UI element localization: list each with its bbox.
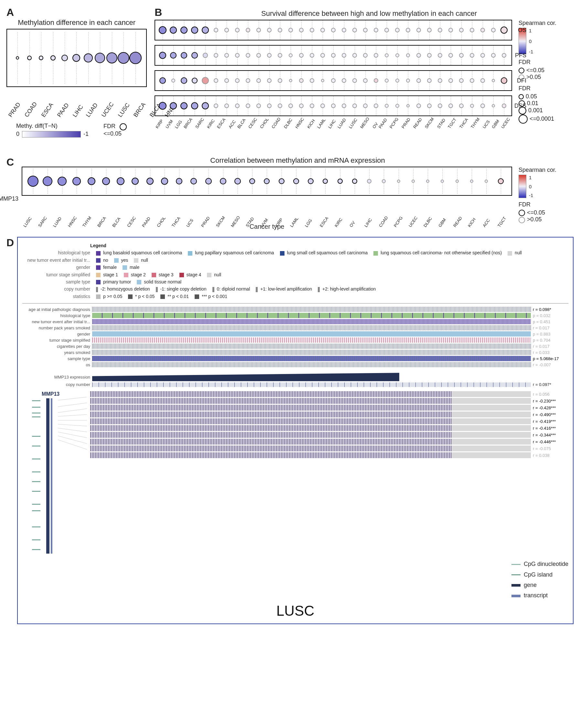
bubble: [202, 102, 209, 109]
bubble: [278, 104, 282, 108]
bubble: [235, 53, 240, 58]
svg-line-22: [58, 424, 87, 426]
svg-line-17: [58, 397, 87, 400]
svg-rect-14: [32, 526, 40, 527]
panel-c-plot: LUSCSARCLUADHNSCTHYMBRCABLCACESCPAADCHOL…: [22, 166, 512, 196]
bubble: [491, 28, 496, 32]
bubble: [337, 179, 343, 184]
bubble: [73, 54, 80, 62]
bubble: [202, 27, 209, 34]
bubble: [459, 78, 464, 83]
bubble: [181, 27, 188, 34]
bubble: [395, 28, 399, 32]
bubble: [492, 104, 495, 107]
x-tick: PRAD: [7, 101, 22, 119]
bubble: [220, 178, 226, 184]
bubble: [256, 53, 261, 58]
row-label: DFI: [517, 77, 526, 84]
bubble: [321, 104, 325, 108]
bubble: [256, 28, 261, 32]
bubble: [246, 53, 250, 58]
bubble: [224, 104, 229, 108]
svg-rect-4: [32, 413, 40, 414]
bubble: [256, 78, 261, 83]
bubble: [279, 178, 284, 184]
bubble: [170, 52, 176, 58]
x-tick: BRCA: [132, 101, 147, 119]
x-tick: PAAD: [56, 102, 71, 119]
bubble: [342, 78, 346, 83]
svg-rect-1: [51, 398, 52, 554]
bubble: [342, 104, 346, 108]
bubble: [485, 180, 488, 183]
bubble: [491, 53, 496, 58]
row-label: PFS: [515, 52, 526, 59]
panel-a-legend: Methy. diff(T−N) 0 -1 FDR <=0.05: [6, 123, 147, 137]
bubble: [363, 28, 367, 32]
bubble: [203, 53, 208, 58]
bubble: [459, 53, 464, 58]
bubble: [234, 178, 241, 184]
bubble: [181, 52, 187, 58]
bubble: [480, 104, 485, 108]
panel-a-title: Methylation difference in each cancer: [6, 19, 147, 27]
bubble: [480, 28, 485, 32]
x-tick: LIHC: [72, 104, 85, 119]
bubble: [448, 78, 453, 83]
genome-map: MMP13: [22, 391, 87, 559]
bubble: [438, 28, 442, 32]
panel-d-frame: Legend histological type lung basaloid s…: [17, 237, 574, 624]
panel-b-plot: OSPFSDFIDSSKIRPUVMLGGBRCASARCKIRCESCAACC…: [155, 20, 512, 147]
panel-a-plot: PRADCOADESCAPAADLIHCLUADUCECLUSCBRCABLCA…: [6, 29, 147, 87]
bubble: [299, 104, 304, 108]
bubble: [190, 178, 197, 184]
bubble: [406, 53, 410, 57]
bubble: [438, 104, 442, 108]
bubble: [278, 78, 282, 83]
bubble: [455, 180, 459, 183]
bubble: [416, 53, 421, 58]
bubble: [299, 53, 304, 58]
bubble: [426, 180, 429, 183]
bubble: [249, 178, 255, 184]
bubble: [395, 104, 399, 108]
bubble: [459, 104, 464, 108]
bubble: [159, 102, 166, 110]
bubble: [289, 53, 293, 57]
bubble: [214, 53, 218, 58]
panel-c-rowlabel: MMP13: [0, 195, 19, 202]
expression-track: MMP13 expression: [22, 373, 569, 381]
panel-d-cohort: LUSC: [22, 603, 569, 619]
bubble: [480, 53, 485, 58]
bubble: [102, 177, 110, 185]
bubble: [470, 78, 474, 83]
bubble: [299, 78, 304, 83]
bubble: [129, 52, 142, 64]
bubble: [385, 53, 389, 57]
bubble: [117, 177, 125, 185]
bubble: [470, 104, 474, 108]
bubble: [502, 53, 506, 58]
bubble: [192, 78, 197, 83]
bubble: [202, 77, 209, 84]
bubble: [342, 53, 346, 58]
bubble: [331, 28, 336, 32]
x-tick: LUSC: [117, 102, 131, 119]
copynum-track: copy number r = 0.097*: [22, 382, 569, 387]
bubble: [448, 104, 453, 108]
bubble: [159, 26, 166, 34]
bubble: [500, 27, 507, 34]
bubble: [501, 77, 507, 84]
bubble: [498, 178, 504, 184]
bubble: [106, 52, 117, 63]
svg-rect-15: [32, 539, 40, 540]
svg-rect-12: [32, 504, 40, 505]
bubble: [73, 177, 81, 185]
bubble: [395, 53, 399, 57]
bubble: [412, 180, 415, 183]
bubble: [289, 79, 292, 82]
bubble: [427, 78, 432, 83]
bubble: [246, 78, 250, 83]
bubble: [352, 179, 357, 184]
bubble: [299, 28, 304, 32]
